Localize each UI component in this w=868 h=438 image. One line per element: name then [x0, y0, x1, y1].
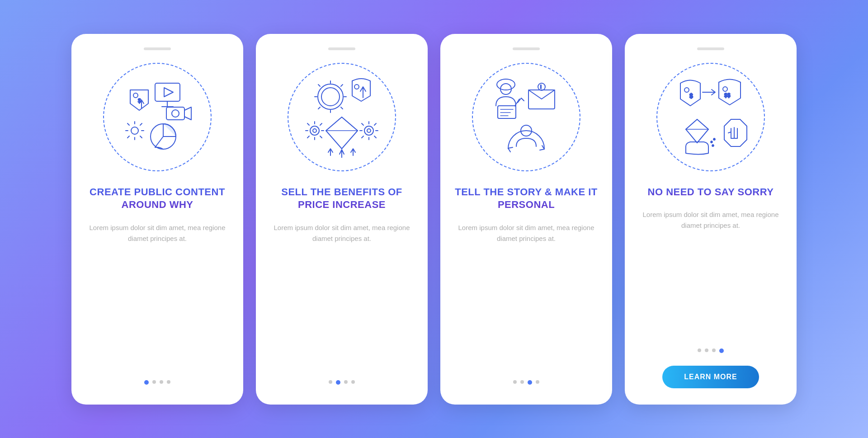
card-notch-3	[513, 47, 540, 50]
svg-point-0	[133, 93, 138, 98]
svg-point-59	[712, 145, 714, 146]
dot-3	[160, 380, 163, 384]
card-3-illustration: i	[486, 76, 567, 158]
svg-rect-39	[498, 106, 516, 118]
svg-marker-26	[326, 117, 358, 149]
svg-rect-7	[166, 107, 184, 120]
svg-point-8	[172, 110, 179, 117]
svg-point-45	[538, 83, 545, 90]
card-4: $ $$	[625, 34, 797, 405]
card-2: SELL THE BENEFITS OF PRICE INCREASE Lore…	[256, 34, 428, 405]
dot-2	[705, 349, 708, 352]
svg-line-29	[342, 117, 358, 131]
card-2-desc: Lorem ipsum dolor sit dim amet, mea regi…	[269, 222, 414, 244]
svg-marker-53	[686, 119, 708, 143]
svg-marker-60	[724, 119, 747, 146]
svg-point-57	[711, 141, 712, 143]
card-1-title: CREATE PUBLIC CONTENT AROUND WHY	[85, 186, 230, 212]
card-notch-2	[328, 47, 355, 50]
dot-3	[528, 380, 532, 385]
card-3-title: TELL THE STORY & MAKE IT PERSONAL	[454, 186, 599, 212]
card-3-dots	[513, 380, 539, 385]
card-3-icon-circle: i	[472, 63, 580, 171]
card-3: i TELL THE STORY & MAKE IT PERSONAL Lore…	[440, 34, 612, 405]
svg-point-15	[321, 88, 340, 106]
svg-point-36	[367, 129, 371, 132]
dot-1	[144, 380, 149, 385]
cards-container: $	[53, 16, 815, 423]
dot-3	[712, 349, 716, 352]
svg-point-48	[684, 88, 689, 92]
card-2-dots	[329, 380, 355, 385]
card-notch	[144, 47, 171, 50]
card-4-desc: Lorem ipsum dolor sit dim amet, mea regi…	[638, 209, 783, 231]
card-4-title: NO NEED TO SAY SORRY	[648, 186, 774, 199]
learn-more-button[interactable]: LEARN MORE	[662, 366, 759, 388]
svg-line-56	[697, 119, 708, 129]
svg-line-13	[155, 137, 163, 147]
card-1-dots	[144, 380, 170, 385]
svg-point-33	[310, 126, 319, 135]
svg-point-38	[497, 79, 515, 90]
dot-2	[152, 380, 156, 384]
svg-point-9	[131, 127, 138, 134]
svg-rect-3	[155, 83, 180, 101]
svg-line-55	[686, 119, 697, 129]
dot-4	[719, 349, 724, 353]
svg-marker-4	[164, 88, 173, 97]
card-2-title: SELL THE BENEFITS OF PRICE INCREASE	[269, 186, 414, 212]
dot-3	[344, 380, 348, 384]
dot-4	[536, 380, 539, 384]
dot-1	[698, 349, 701, 352]
dot-4	[167, 380, 170, 384]
card-2-illustration	[301, 76, 382, 158]
card-4-dots	[698, 349, 724, 353]
card-3-desc: Lorem ipsum dolor sit dim amet, mea regi…	[454, 222, 599, 244]
svg-point-35	[364, 126, 373, 135]
svg-line-20	[318, 85, 320, 86]
dot-1	[329, 380, 332, 384]
svg-text:$: $	[689, 92, 693, 99]
svg-line-22	[318, 107, 320, 109]
svg-point-58	[713, 138, 715, 140]
svg-point-24	[354, 85, 359, 89]
dot-2	[336, 380, 340, 385]
dot-2	[520, 380, 524, 384]
svg-line-28	[326, 117, 342, 131]
card-1-illustration: $	[117, 76, 198, 158]
svg-text:i: i	[540, 85, 542, 89]
svg-point-50	[723, 87, 727, 91]
svg-point-34	[313, 129, 316, 132]
dot-1	[513, 380, 517, 384]
card-notch-4	[697, 47, 724, 50]
svg-text:$$: $$	[724, 92, 731, 99]
dot-4	[351, 380, 355, 384]
svg-line-21	[341, 107, 343, 109]
card-4-illustration: $ $$	[670, 76, 751, 158]
card-2-icon-circle	[288, 63, 396, 171]
card-4-icon-circle: $ $$	[656, 63, 765, 171]
card-1-icon-circle: $	[103, 63, 212, 171]
svg-line-23	[341, 85, 343, 86]
card-1-desc: Lorem ipsum dolor sit dim amet, mea regi…	[85, 222, 230, 244]
card-1: $	[71, 34, 243, 405]
